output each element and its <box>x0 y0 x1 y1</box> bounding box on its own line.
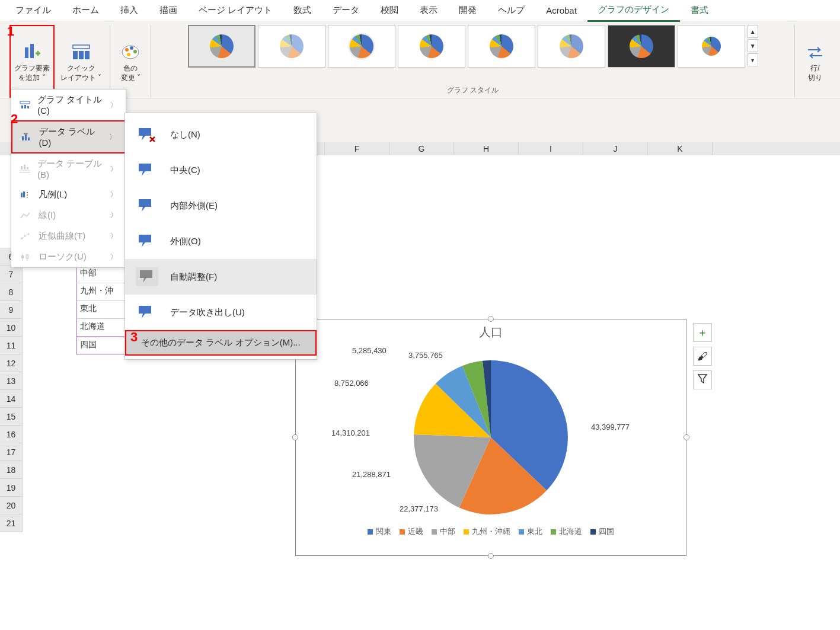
tab-view[interactable]: 表示 <box>409 0 448 21</box>
styles-expand[interactable]: ▾ <box>748 53 758 66</box>
chart-style-7[interactable] <box>608 25 675 68</box>
svg-point-10 <box>127 53 130 56</box>
group-chartstyles: ▲ ▼ ▾ グラフ スタイル <box>151 25 795 98</box>
add-chart-element-button[interactable]: グラフ要素を追加 ˅ <box>9 25 55 98</box>
tab-pagelayout[interactable]: ページ レイアウト <box>188 0 283 21</box>
svg-rect-0 <box>25 47 28 58</box>
quick-layout-button[interactable]: クイックレイアウト ˅ <box>57 25 105 98</box>
tab-home[interactable]: ホーム <box>62 0 110 21</box>
tab-file[interactable]: ファイル <box>5 0 62 21</box>
change-color-button[interactable]: 色の変更 ˅ <box>115 25 146 98</box>
group-chartlayout: グラフ要素を追加 ˅ クイックレイアウト ˅ <box>5 25 110 98</box>
svg-rect-2 <box>73 45 90 49</box>
chart-elements-menu: グラフ タイトル(C)〉 データ ラベル(D)〉 データ テーブル(B)〉 凡例… <box>11 89 126 98</box>
svg-rect-1 <box>30 44 34 58</box>
annotation-1: 1 <box>7 24 14 39</box>
svg-rect-4 <box>79 51 84 59</box>
svg-point-7 <box>125 48 129 52</box>
chart-style-2[interactable] <box>258 25 325 68</box>
switch-rowcol-button[interactable]: 行/切り <box>800 25 831 98</box>
tab-acrobat[interactable]: Acrobat <box>535 1 587 20</box>
tab-developer[interactable]: 開発 <box>448 0 487 21</box>
chart-style-5[interactable] <box>468 25 535 68</box>
tab-draw[interactable]: 描画 <box>149 0 188 21</box>
switch-icon <box>803 40 827 64</box>
tab-format[interactable]: 書式 <box>680 0 719 21</box>
chart-style-8[interactable] <box>678 25 745 68</box>
chart-style-6[interactable] <box>538 25 605 68</box>
group-data: 行/切り <box>795 25 835 98</box>
quick-layout-icon <box>69 40 93 64</box>
svg-rect-5 <box>85 51 90 59</box>
ribbon-tabs: ファイル ホーム 挿入 描画 ページ レイアウト 数式 データ 校閲 表示 開発… <box>0 0 840 21</box>
tab-chartdesign[interactable]: グラフのデザイン <box>587 0 680 22</box>
chart-style-1[interactable] <box>188 25 255 68</box>
styles-scroll-down[interactable]: ▼ <box>748 39 758 52</box>
svg-point-9 <box>133 50 137 53</box>
styles-group-label: グラフ スタイル <box>447 83 499 98</box>
tab-data[interactable]: データ <box>322 0 370 21</box>
chart-style-3[interactable] <box>328 25 395 68</box>
tab-help[interactable]: ヘルプ <box>487 0 535 21</box>
svg-point-8 <box>130 46 133 50</box>
tab-formulas[interactable]: 数式 <box>283 0 322 21</box>
menu-chart-title[interactable]: グラフ タイトル(C)〉 <box>11 89 126 98</box>
ribbon-content: グラフ要素を追加 ˅ クイックレイアウト ˅ 色の変更 ˅ <box>0 21 840 98</box>
group-changecolor: 色の変更 ˅ <box>110 25 151 98</box>
chart-style-4[interactable] <box>398 25 465 68</box>
palette-icon <box>119 40 142 64</box>
styles-scroll-up[interactable]: ▲ <box>748 25 758 38</box>
tab-insert[interactable]: 挿入 <box>110 0 149 21</box>
svg-rect-3 <box>73 51 78 59</box>
add-element-icon <box>20 40 44 64</box>
tab-review[interactable]: 校閲 <box>370 0 409 21</box>
